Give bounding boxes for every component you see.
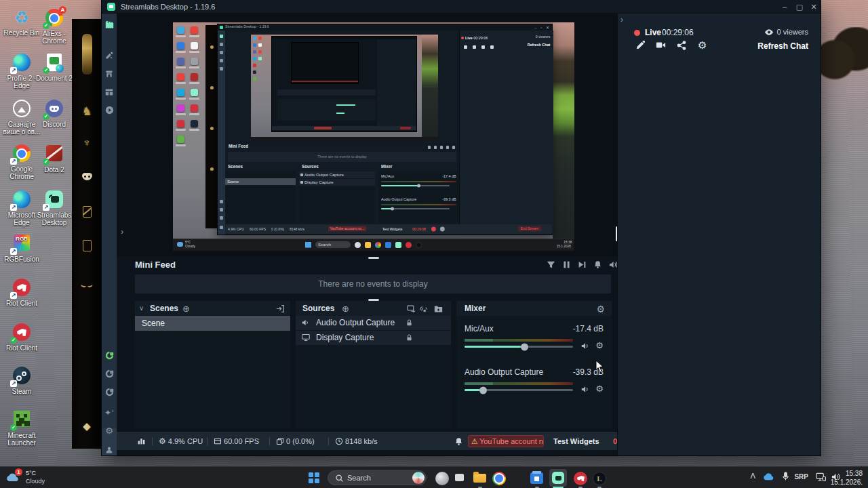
display-capture-preview[interactable]: Streamlabs Desktop - 1.19.6 – ▫ ✕ xyxy=(173,22,574,251)
scene-transitions-icon[interactable] xyxy=(276,304,285,313)
microphone-icon[interactable] xyxy=(782,472,789,481)
window-title: Streamlabs Desktop - 1.19.6 xyxy=(121,3,215,11)
source-item-display-capture[interactable]: Display Capture xyxy=(296,331,451,345)
sidebar-expand-chevron[interactable]: › xyxy=(121,226,123,237)
background-game-window-strip: ♞ ♆ ◆ xyxy=(72,19,102,449)
scene-list-item[interactable]: Scene xyxy=(135,316,290,331)
sidebar-item-app-store[interactable] xyxy=(102,70,117,78)
desktop-icon-riot-client-2[interactable]: ✓ Riot Client xyxy=(0,323,43,352)
scenes-title: Scenes xyxy=(150,304,178,313)
preview-resize-grip[interactable] xyxy=(368,257,379,259)
mute-icon[interactable] xyxy=(581,385,590,394)
sidebar-item-new-features[interactable]: ✦+ xyxy=(102,408,117,418)
mixer-settings-icon[interactable]: ⚙ xyxy=(596,304,605,314)
bell-icon[interactable] xyxy=(593,260,602,269)
taskbar-item-file-explorer[interactable] xyxy=(472,470,488,487)
live-label: Live xyxy=(645,28,661,37)
taskbar-search[interactable]: Search xyxy=(328,470,427,485)
refresh-chat-button[interactable]: Refresh Chat xyxy=(757,41,808,51)
audio-wave-icon[interactable] xyxy=(419,305,428,313)
sidebar-item-dashboard[interactable] xyxy=(102,351,117,360)
titlebar[interactable]: Streamlabs Desktop - 1.19.6 – ▢ ✕ xyxy=(102,0,821,14)
onedrive-icon[interactable] xyxy=(762,472,774,481)
test-widgets-button[interactable]: Test Widgets xyxy=(553,432,599,451)
desktop-icon-steam[interactable]: ↗ Steam xyxy=(0,366,43,395)
start-button[interactable] xyxy=(309,472,319,483)
channel-settings-icon[interactable]: ⚙ xyxy=(595,384,604,394)
sidebar-item-highlighter[interactable] xyxy=(102,106,117,115)
desktop-icon-riot-client-1[interactable]: ↗ Riot Client xyxy=(0,278,43,307)
desktop-icon-rgbfusion[interactable]: RGB↗ RGBFusion xyxy=(0,233,43,263)
taskbar-item-streamlabs-active[interactable] xyxy=(549,469,567,487)
volume-slider[interactable] xyxy=(465,346,573,348)
collapse-chevron-icon[interactable]: ∨ xyxy=(139,304,144,312)
minimize-button[interactable]: – xyxy=(776,0,793,14)
taskbar-clock[interactable]: 15:38 15.1.2026. xyxy=(831,469,863,487)
sidebar-item-layout[interactable] xyxy=(102,88,117,96)
sidebar-item-editor[interactable] xyxy=(102,20,117,29)
skip-to-end-icon[interactable] xyxy=(578,260,587,269)
desktop-icon-discord[interactable]: ✓ Discord xyxy=(33,99,76,128)
preview-desktop-icons xyxy=(174,24,203,247)
icon-label: RGBFusion xyxy=(0,256,43,263)
channel-settings-icon[interactable]: ⚙ xyxy=(595,340,604,350)
network-icon[interactable] xyxy=(816,472,826,481)
filter-icon[interactable] xyxy=(547,260,555,269)
volume-slider[interactable] xyxy=(465,389,573,391)
record-icon[interactable] xyxy=(656,41,666,49)
desktop-icon-document2[interactable]: ✓ Document 2 xyxy=(33,53,76,82)
preview-level4 xyxy=(291,42,359,84)
language-indicator[interactable]: SRP xyxy=(794,473,808,481)
taskbar-item-chrome[interactable] xyxy=(491,470,507,487)
pause-icon[interactable] xyxy=(562,260,571,269)
add-scene-button[interactable]: ⊕ xyxy=(182,304,190,314)
taskbar-item-copilot[interactable] xyxy=(434,470,450,487)
taskbar-item-lol[interactable]: L xyxy=(591,470,608,487)
mixer-channel-db: -17.4 dB xyxy=(573,324,604,333)
live-chat-dock: › Live 00:29:06 0 viewers ⚙ Refresh Chat xyxy=(617,14,821,455)
inner-scenes-panel: Scenes Scene xyxy=(225,165,296,223)
desktop-icon-minecraft[interactable]: ✓ Minecraft Launcher xyxy=(0,409,43,447)
clapperboard-icon xyxy=(105,20,114,29)
bitrate-stat: 8148 kb/s xyxy=(335,432,378,451)
mute-icon[interactable] xyxy=(581,342,590,350)
sidebar-item-themes[interactable] xyxy=(102,52,117,60)
level2-desktop-icons xyxy=(253,37,262,118)
icon-label: AliExs - Chrome xyxy=(33,30,76,45)
desktop-icon-dota2[interactable]: ✓ Dota 2 xyxy=(33,144,76,174)
add-folder-icon[interactable] xyxy=(434,304,443,313)
stream-settings-icon[interactable]: ⚙ xyxy=(698,39,707,52)
desktop-icon-aliexs-chrome[interactable]: A✓ AliExs - Chrome xyxy=(33,8,76,45)
taskbar-item-task-view[interactable] xyxy=(453,470,469,487)
taskbar-item-store[interactable] xyxy=(529,470,545,487)
inner-mixer-panel: Mixer Mic/Aux -17.4 dB Audio Output Capt… xyxy=(378,165,459,223)
close-button[interactable]: ✕ xyxy=(806,0,822,14)
lock-icon[interactable] xyxy=(406,333,413,342)
gold-card-icon xyxy=(72,240,102,254)
slider-knob[interactable] xyxy=(521,343,528,350)
stats-icon[interactable] xyxy=(137,432,146,451)
projector-icon[interactable] xyxy=(407,305,416,313)
sidebar-item-settings[interactable]: ⚙ xyxy=(102,426,117,436)
share-icon[interactable] xyxy=(677,41,686,50)
taskbar-item-riot[interactable] xyxy=(572,470,589,487)
user-icon xyxy=(105,446,113,454)
dropped-frames-stat: 0 (0.0%) xyxy=(276,432,315,451)
sidebar-item-cloudbot[interactable] xyxy=(102,369,117,378)
edit-stream-icon[interactable] xyxy=(635,41,645,50)
sources-panel: Sources ⊕ Audio Output Capture Display C… xyxy=(296,301,451,428)
taskbar-weather-widget[interactable]: 1 5°C Cloudy xyxy=(5,469,87,487)
scenes-list: Scene xyxy=(135,316,290,428)
desktop-icon-streamlabs[interactable]: ↗ Streamlabs Desktop xyxy=(33,190,76,226)
notifications-bell-icon[interactable] xyxy=(454,432,463,451)
icon-label: Minecraft Launcher xyxy=(0,432,43,447)
lock-icon[interactable] xyxy=(406,319,413,327)
slider-knob[interactable] xyxy=(479,386,487,394)
tray-expand-chevron[interactable]: ᐱ xyxy=(750,472,755,481)
source-item-audio-output[interactable]: Audio Output Capture xyxy=(296,316,451,330)
add-source-button[interactable]: ⊕ xyxy=(342,304,349,314)
collapse-chat-chevron[interactable]: › xyxy=(620,15,623,24)
sidebar-item-apps[interactable] xyxy=(102,388,117,396)
sidebar-item-profile[interactable] xyxy=(102,446,117,454)
youtube-warning-banner[interactable]: ⚠YouTube account no... xyxy=(468,435,544,447)
